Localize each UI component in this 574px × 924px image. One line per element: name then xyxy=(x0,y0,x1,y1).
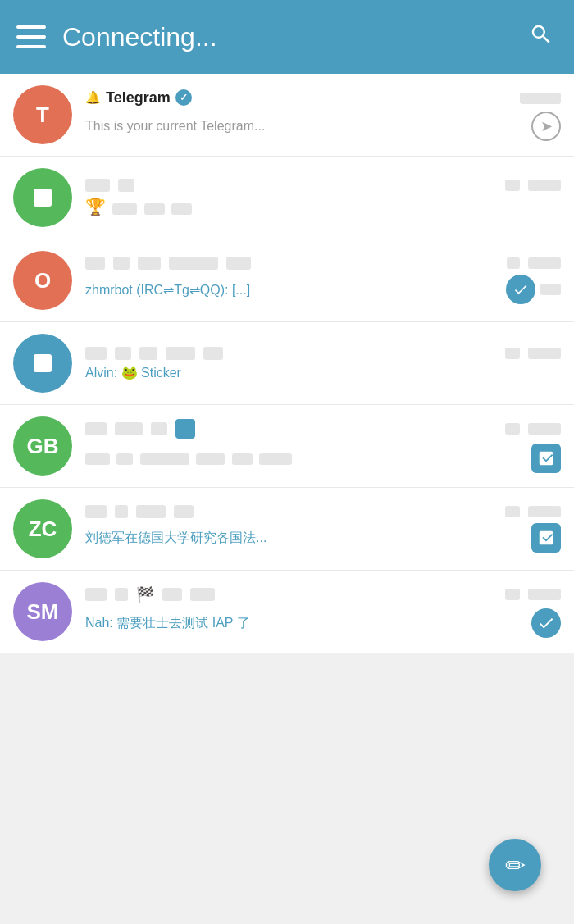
chat-item-5[interactable]: GB xyxy=(0,405,574,488)
top-right-telegram xyxy=(513,91,561,104)
chat-top-row-2 xyxy=(85,179,561,192)
chat-preview-5 xyxy=(85,451,531,466)
avatar-7: SM xyxy=(13,582,72,641)
top-right-4 xyxy=(505,348,561,359)
chat-item-7[interactable]: SM 🏁 Nah: 需要壮士去测试 IAP 了 xyxy=(0,571,574,653)
chat-item-2[interactable]: 🏆 xyxy=(0,157,574,239)
preview-row-6: 刘德军在德国大学研究各国法... xyxy=(85,523,561,553)
forward-icon: ➤ xyxy=(531,112,561,141)
avatar-telegram: T xyxy=(13,85,72,144)
chat-name-5 xyxy=(85,419,195,439)
status-icon-5 xyxy=(531,444,561,473)
preview-row-4: Alvin: 🐸 Sticker xyxy=(85,365,561,380)
search-icon[interactable] xyxy=(525,22,558,52)
chat-content-6: 刘德军在德国大学研究各国法... xyxy=(85,505,561,553)
chat-top-row-6 xyxy=(85,505,561,518)
avatar-6: ZC xyxy=(13,499,72,558)
chat-name-3 xyxy=(85,257,251,270)
chat-top-row-7: 🏁 xyxy=(85,585,561,603)
status-icon-7 xyxy=(531,608,561,638)
status-icon-3 xyxy=(506,275,535,304)
top-bar: Connecting... xyxy=(0,0,574,74)
preview-row-2: 🏆 xyxy=(85,197,561,216)
chat-preview-telegram: This is your current Telegram... xyxy=(85,119,462,134)
blue-square-5 xyxy=(175,419,195,439)
chat-top-row-3 xyxy=(85,257,561,270)
chat-content-5 xyxy=(85,419,561,473)
top-right-3 xyxy=(507,257,561,269)
chat-top-row-4 xyxy=(85,347,561,360)
top-right-7 xyxy=(505,589,561,600)
verified-badge xyxy=(175,89,192,106)
chat-name-6 xyxy=(85,505,194,518)
avatar-5: GB xyxy=(13,416,72,476)
chat-time-telegram xyxy=(520,91,561,104)
top-bar-title: Connecting... xyxy=(62,22,525,52)
top-right-2 xyxy=(505,180,561,191)
chat-name-2 xyxy=(85,179,134,192)
chat-preview-3: zhmrbot (IRC⇌Tg⇌QQ): [...] xyxy=(85,282,462,298)
avatar-3: O xyxy=(13,251,72,310)
preview-row-telegram: This is your current Telegram... ➤ xyxy=(85,112,561,141)
compose-fab[interactable]: ✏ xyxy=(489,839,541,891)
chat-preview-4: Alvin: 🐸 Sticker xyxy=(85,365,462,380)
avatar-2 xyxy=(13,168,72,227)
chat-top-row-5 xyxy=(85,419,561,439)
chat-item-6[interactable]: ZC 刘德军在德国大学研究各国法... xyxy=(0,488,574,571)
preview-row-7: Nah: 需要壮士去测试 IAP 了 xyxy=(85,608,561,638)
flag-icon: 🏁 xyxy=(136,585,154,603)
chat-preview-2: 🏆 xyxy=(85,197,561,216)
chat-name-telegram: 🔔 Telegram xyxy=(85,89,192,107)
chat-content-4: Alvin: 🐸 Sticker xyxy=(85,347,561,380)
chat-item-telegram[interactable]: T 🔔 Telegram This is your current Telegr… xyxy=(0,74,574,157)
chat-name-4 xyxy=(85,347,223,360)
hamburger-menu-icon[interactable] xyxy=(16,25,46,48)
chat-content-2: 🏆 xyxy=(85,179,561,216)
top-right-6 xyxy=(505,506,561,517)
preview-row-3: zhmrbot (IRC⇌Tg⇌QQ): [...] xyxy=(85,275,561,304)
status-icon-6 xyxy=(531,523,561,553)
chat-content-telegram: 🔔 Telegram This is your current Telegram… xyxy=(85,89,561,141)
chat-preview-7: Nah: 需要壮士去测试 IAP 了 xyxy=(85,615,462,632)
chat-content-3: zhmrbot (IRC⇌Tg⇌QQ): [...] xyxy=(85,257,561,304)
chat-name-7: 🏁 xyxy=(85,585,215,603)
chat-item-4[interactable]: Alvin: 🐸 Sticker xyxy=(0,322,574,405)
mute-icon: 🔔 xyxy=(85,90,101,105)
chat-content-7: 🏁 Nah: 需要壮士去测试 IAP 了 xyxy=(85,585,561,638)
preview-row-5 xyxy=(85,444,561,473)
chat-preview-6: 刘德军在德国大学研究各国法... xyxy=(85,530,462,547)
top-right-5 xyxy=(505,423,561,435)
chat-item-3[interactable]: O zhmrbot (IRC⇌Tg⇌QQ): [...] xyxy=(0,239,574,322)
avatar-4 xyxy=(13,334,72,393)
chat-list: T 🔔 Telegram This is your current Telegr… xyxy=(0,74,574,653)
chat-top-row: 🔔 Telegram xyxy=(85,89,561,107)
